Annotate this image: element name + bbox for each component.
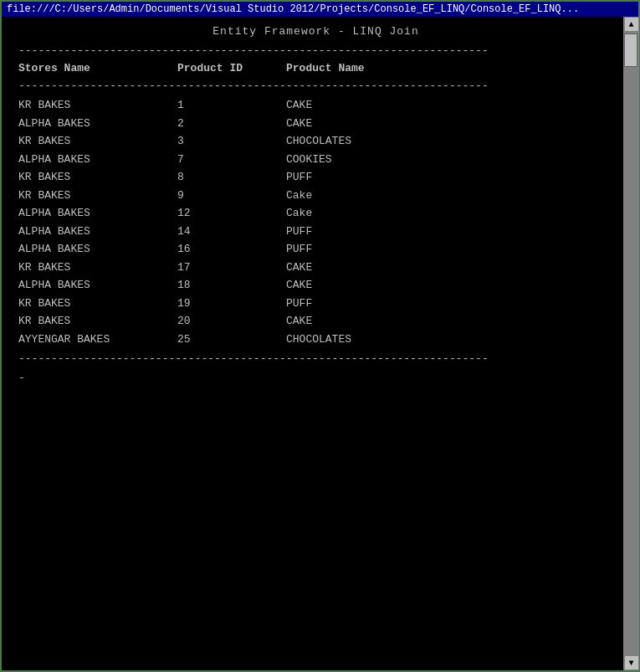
cell-product-name: CAKE [286,259,613,276]
cell-product-name: Cake [286,187,613,204]
header-row: Stores Name Product ID Product Name [18,62,613,74]
cell-product-id: 1 [177,97,286,114]
table-row: ALPHA BAKES12Cake [18,205,613,222]
cell-store-name: KR BAKES [18,295,177,312]
table-row: KR BAKES1CAKE [18,97,613,114]
cell-store-name: KR BAKES [18,169,177,186]
scrollbar-track[interactable] [624,32,639,655]
table-row: KR BAKES19PUFF [18,295,613,312]
table-row: KR BAKES3CHOCOLATES [18,133,613,150]
cursor-line: - [18,372,613,384]
cell-product-name: PUFF [286,223,613,240]
cell-store-name: AYYENGAR BAKES [18,331,177,348]
cell-store-name: ALPHA BAKES [18,223,177,240]
top-divider: ----------------------------------------… [18,44,613,57]
table-row: ALPHA BAKES18CAKE [18,277,613,294]
cell-product-name: Cake [286,205,613,222]
col-header-product-id: Product ID [177,62,286,74]
scrollbar[interactable]: ▲ ▼ [623,17,638,670]
scrollbar-up-arrow[interactable]: ▲ [624,17,639,32]
cell-product-name: CAKE [286,277,613,294]
cell-product-name: CAKE [286,313,613,330]
cell-store-name: ALPHA BAKES [18,277,177,294]
cell-product-name: PUFF [286,241,613,258]
data-rows-container: KR BAKES1CAKEALPHA BAKES2CAKEKR BAKES3CH… [18,97,613,347]
cell-product-id: 18 [177,277,286,294]
cell-product-id: 2 [177,115,286,132]
cell-product-id: 9 [177,187,286,204]
cell-store-name: ALPHA BAKES [18,241,177,258]
cell-store-name: KR BAKES [18,259,177,276]
cell-product-id: 16 [177,241,286,258]
cell-product-id: 7 [177,151,286,168]
cell-store-name: KR BAKES [18,133,177,150]
header-divider: ----------------------------------------… [18,80,613,92]
cell-product-name: PUFF [286,169,613,186]
table-row: ALPHA BAKES14PUFF [18,223,613,240]
cell-product-name: PUFF [286,295,613,312]
bottom-divider: ----------------------------------------… [18,352,613,365]
cell-product-name: CAKE [286,115,613,132]
col-header-store: Stores Name [18,62,177,74]
cell-product-name: CHOCOLATES [286,331,613,348]
cell-product-id: 19 [177,295,286,312]
table-row: ALPHA BAKES7COOKIES [18,151,613,168]
cell-product-id: 12 [177,205,286,222]
cell-store-name: ALPHA BAKES [18,115,177,132]
table-row: AYYENGAR BAKES25CHOCOLATES [18,331,613,348]
cell-product-name: COOKIES [286,151,613,168]
cell-product-id: 20 [177,313,286,330]
table-row: KR BAKES8PUFF [18,169,613,186]
cell-store-name: KR BAKES [18,313,177,330]
title-bar: file:///C:/Users/Admin/Documents/Visual … [2,2,638,17]
window-container: file:///C:/Users/Admin/Documents/Visual … [0,0,640,672]
page-title: Entity Framework - LINQ Join [18,25,613,38]
cell-product-id: 14 [177,223,286,240]
table-row: ALPHA BAKES2CAKE [18,115,613,132]
scrollbar-thumb[interactable] [624,33,637,67]
table-row: KR BAKES17CAKE [18,259,613,276]
table-row: ALPHA BAKES16PUFF [18,241,613,258]
console-area: Entity Framework - LINQ Join -----------… [2,17,638,670]
cell-product-id: 17 [177,259,286,276]
cell-product-id: 8 [177,169,286,186]
cell-product-id: 25 [177,331,286,348]
title-bar-text: file:///C:/Users/Admin/Documents/Visual … [7,3,579,15]
cell-store-name: ALPHA BAKES [18,151,177,168]
cell-product-id: 3 [177,133,286,150]
scrollbar-down-arrow[interactable]: ▼ [624,655,639,670]
cell-product-name: CAKE [286,97,613,114]
table-row: KR BAKES20CAKE [18,313,613,330]
cell-store-name: KR BAKES [18,97,177,114]
cell-store-name: KR BAKES [18,187,177,204]
col-header-product-name: Product Name [286,62,613,74]
table-row: KR BAKES9Cake [18,187,613,204]
cell-product-name: CHOCOLATES [286,133,613,150]
cell-store-name: ALPHA BAKES [18,205,177,222]
